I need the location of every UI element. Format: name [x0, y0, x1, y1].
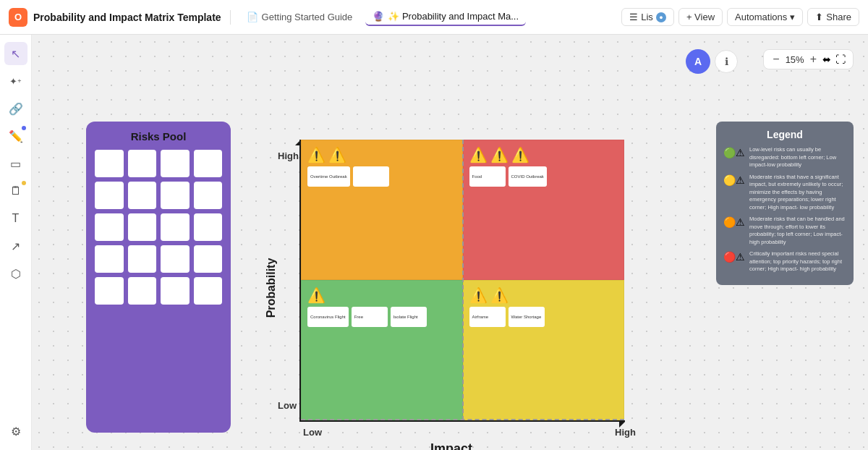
warning-icon: ⚠️ — [328, 146, 346, 164]
list-item[interactable] — [161, 277, 190, 305]
share-label: Share — [826, 12, 851, 22]
legend-text-green: Low-level risks can usually be disregard… — [749, 146, 846, 169]
legend-title: Legend — [723, 129, 846, 140]
list-item[interactable] — [95, 277, 124, 305]
quadrant-bottom-left: ⚠️ Coronavirus Flight Free Isolate Fligh… — [301, 280, 463, 420]
view-button[interactable]: + View — [678, 8, 723, 26]
legend-text-red: Critically important risks need special … — [749, 250, 846, 273]
list-item[interactable]: Overtime Outbreak — [307, 166, 350, 187]
axis-low-x-label: Low — [303, 427, 322, 438]
list-item[interactable] — [95, 245, 124, 273]
list-item[interactable]: Water Shortage — [509, 307, 545, 327]
list-button[interactable]: ☰ Lis ● — [621, 8, 674, 26]
list-item[interactable] — [128, 150, 157, 177]
axis-x-label: Impact — [430, 441, 472, 450]
list-item[interactable] — [161, 150, 190, 177]
pen-tool[interactable]: ✏️ — [4, 124, 27, 148]
quad-br-icons: ⚠️ ⚠️ — [469, 286, 618, 304]
warning-icon: ⚠️ — [469, 286, 488, 304]
warning-icon: ⚠️ — [490, 146, 509, 164]
list-item[interactable] — [194, 213, 223, 241]
risks-pool-title: Risks Pool — [95, 130, 222, 143]
toolbar: ↖ ✦+ 🔗 ✏️ ▭ 🗒 T ↗ ⬡ ⚙ — [0, 35, 32, 450]
legend: Legend 🟢⚠ Low-level risks can usually be… — [716, 122, 854, 285]
warning-orange-icon: 🟠⚠ — [723, 216, 745, 228]
list-item[interactable] — [128, 213, 157, 241]
quadrant-top-left: ⚠️ ⚠️ Overtime Outbreak — [301, 140, 463, 280]
risks-pool: Risks Pool — [86, 122, 231, 433]
axis-high-x-label: High — [615, 427, 636, 438]
warning-red-icon: 🔴⚠ — [723, 251, 745, 263]
list-item[interactable] — [95, 213, 124, 241]
shape-tool[interactable]: ▭ — [4, 152, 27, 175]
add-tool[interactable]: ✦+ — [4, 69, 27, 93]
list-icon: ☰ — [629, 12, 638, 22]
automations-label: Automations — [735, 12, 787, 22]
warning-green-icon: 🟢⚠ — [723, 147, 745, 158]
list-item[interactable] — [95, 182, 124, 209]
list-item[interactable] — [194, 182, 223, 209]
list-item[interactable] — [194, 277, 223, 305]
list-item[interactable] — [194, 150, 223, 177]
quad-tr-icons: ⚠️ ⚠️ ⚠️ — [469, 146, 618, 164]
text-tool[interactable]: T — [4, 207, 27, 230]
view-label: + View — [686, 12, 715, 22]
quadrant-bottom-right: ⚠️ ⚠️ Airframe Water Shortage — [463, 280, 625, 420]
list-item[interactable]: COVID Outbreak — [509, 166, 547, 187]
main-area: ↖ ✦+ 🔗 ✏️ ▭ 🗒 T ↗ ⬡ ⚙ A ℹ − 15% + ⬌ ⛶ — [0, 35, 868, 450]
note-dot — [22, 181, 26, 185]
zoom-level: 15% — [786, 54, 804, 65]
cursor-tool[interactable]: ↖ — [4, 42, 27, 65]
fullscreen-icon[interactable]: ⛶ — [835, 54, 846, 65]
warning-icon: ⚠️ — [490, 286, 509, 304]
avatar: A — [686, 49, 710, 74]
network-tool[interactable]: ⬡ — [4, 262, 27, 285]
list-item[interactable]: Food — [469, 166, 506, 187]
list-item[interactable]: Coronavirus Flight — [307, 307, 349, 327]
warning-icon: ⚠️ — [307, 146, 326, 164]
note-tool[interactable]: 🗒 — [4, 179, 27, 203]
zoom-in-button[interactable]: + — [809, 53, 818, 66]
list-item[interactable] — [161, 182, 190, 209]
chevron-down-icon: ▾ — [790, 12, 795, 22]
list-item[interactable]: Airframe — [469, 307, 506, 327]
quad-tl-cards: Overtime Outbreak — [307, 166, 456, 187]
list-item[interactable]: Isolate Flight — [391, 307, 427, 327]
list-item[interactable] — [128, 245, 157, 273]
axis-low-y-label: Low — [278, 400, 297, 411]
zoom-out-button[interactable]: − — [771, 53, 780, 66]
axis-x — [299, 420, 625, 422]
quad-bl-cards: Coronavirus Flight Free Isolate Flight — [307, 307, 456, 327]
quad-tr-cards: Food COVID Outbreak — [469, 166, 618, 187]
legend-item-green: 🟢⚠ Low-level risks can usually be disreg… — [723, 146, 846, 169]
list-item[interactable] — [194, 245, 223, 273]
list-item[interactable] — [95, 150, 124, 177]
share-button[interactable]: ⬆ Share — [807, 8, 859, 26]
warning-yellow-icon: 🟡⚠ — [723, 174, 745, 186]
settings-tool[interactable]: ⚙ — [4, 420, 27, 443]
doc-icon: 📄 — [247, 12, 258, 22]
quadrant-top-right: ⚠️ ⚠️ ⚠️ Food COVID Outbreak — [463, 140, 625, 280]
risks-grid — [95, 150, 222, 305]
info-button[interactable]: ℹ — [715, 50, 738, 73]
canvas[interactable]: A ℹ − 15% + ⬌ ⛶ Risks Pool — [32, 35, 868, 450]
quad-tl-icons: ⚠️ ⚠️ — [307, 146, 456, 164]
tab-divider — [230, 10, 231, 25]
list-item[interactable] — [161, 213, 190, 241]
canvas-user-area: A ℹ — [686, 49, 738, 74]
vertical-divider — [462, 140, 464, 420]
list-item[interactable] — [161, 245, 190, 273]
list-item[interactable]: Free — [352, 307, 388, 327]
quad-bl-icons: ⚠️ — [307, 286, 456, 304]
automations-button[interactable]: Automations ▾ — [727, 8, 803, 26]
list-item[interactable] — [128, 182, 157, 209]
arrow-tool[interactable]: ↗ — [4, 234, 27, 258]
link-tool[interactable]: 🔗 — [4, 97, 27, 120]
topbar-actions: ☰ Lis ● + View Automations ▾ ⬆ Share — [621, 8, 859, 26]
tab-matrix[interactable]: 🔮 ✨ Probability and Impact Ma... — [365, 8, 526, 26]
list-item[interactable] — [353, 166, 389, 187]
list-item[interactable] — [128, 277, 157, 305]
list-label: Lis — [641, 12, 653, 22]
tab-getting-started[interactable]: 📄 Getting Started Guide — [239, 9, 360, 25]
fit-icon[interactable]: ⬌ — [822, 54, 831, 65]
